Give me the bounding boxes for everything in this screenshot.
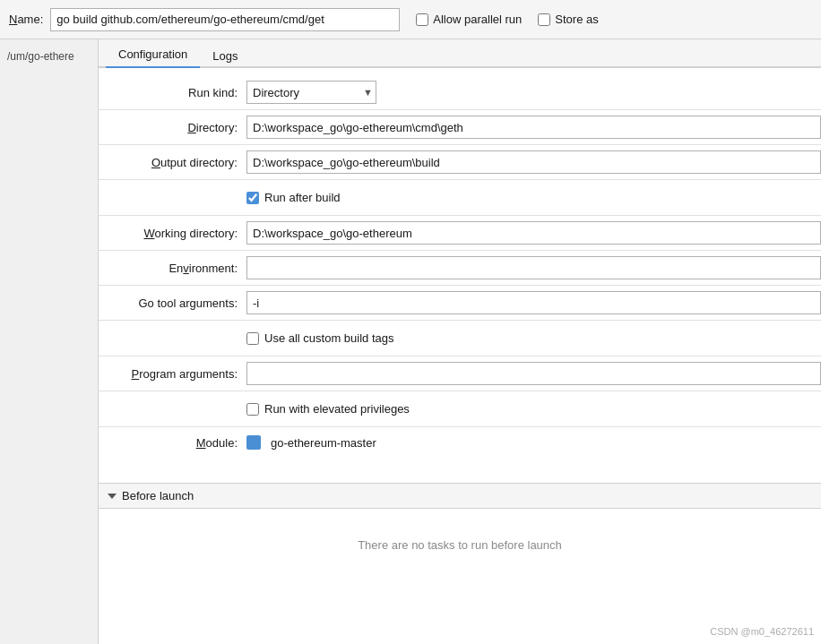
- directory-label: Directory:: [99, 121, 246, 134]
- run-kind-control: Directory File Package ▼: [246, 81, 821, 104]
- program-args-control: [246, 362, 821, 385]
- name-label: Name:: [9, 13, 43, 26]
- watermark: CSDN @m0_46272611: [710, 626, 814, 637]
- allow-parallel-label: Allow parallel run: [433, 13, 522, 26]
- before-launch-header[interactable]: Before launch: [99, 484, 821, 509]
- directory-control: [246, 116, 821, 139]
- run-after-build-checkbox[interactable]: [246, 192, 259, 204]
- store-as-group: Store as: [538, 13, 598, 26]
- directory-input[interactable]: [246, 116, 821, 139]
- program-args-label: Program arguments:: [99, 367, 246, 381]
- before-launch-label: Before launch: [122, 489, 194, 502]
- output-directory-input[interactable]: [246, 150, 821, 174]
- module-row: Module: go-ethereum-master: [99, 429, 821, 456]
- program-args-row: Program arguments:: [99, 358, 821, 389]
- run-elevated-checkbox[interactable]: [246, 403, 259, 416]
- custom-build-tags-checkbox-row: Use all custom build tags: [246, 326, 394, 350]
- main-content: Configuration Logs Run kind: Directory F…: [99, 39, 821, 644]
- allow-parallel-checkbox[interactable]: [416, 13, 428, 26]
- before-launch-body: There are no tasks to run before launch: [99, 509, 821, 580]
- divider-10: [99, 426, 821, 427]
- environment-row: Environment:: [99, 253, 821, 283]
- module-value: go-ethereum-master: [271, 436, 376, 450]
- store-as-checkbox[interactable]: [538, 13, 550, 26]
- run-after-build-row: Run after build: [99, 182, 821, 213]
- run-kind-select[interactable]: Directory File Package: [246, 81, 376, 104]
- module-icon: [246, 435, 261, 450]
- go-tool-args-row: Go tool arguments:: [99, 288, 821, 318]
- tab-logs[interactable]: Logs: [200, 44, 250, 68]
- go-tool-args-control: [246, 291, 821, 314]
- run-kind-label: Run kind:: [99, 86, 246, 99]
- divider-2: [99, 144, 821, 145]
- working-directory-row: Working directory:: [99, 218, 821, 248]
- working-directory-input[interactable]: [246, 221, 821, 245]
- tab-configuration[interactable]: Configuration: [106, 42, 200, 68]
- environment-input[interactable]: [246, 256, 821, 279]
- allow-parallel-group: Allow parallel run: [416, 13, 522, 26]
- run-kind-select-wrapper: Directory File Package ▼: [246, 81, 376, 104]
- run-after-build-checkbox-row: Run after build: [246, 185, 341, 210]
- before-launch-empty-label: There are no tasks to run before launch: [358, 538, 562, 552]
- run-elevated-label: Run with elevated privileges: [264, 402, 410, 416]
- environment-label: Environment:: [99, 262, 246, 275]
- run-elevated-control: Run with elevated privileges: [246, 397, 821, 421]
- sidebar-item[interactable]: /um/go-ethere: [0, 47, 98, 66]
- run-elevated-checkbox-row: Run with elevated privileges: [246, 397, 410, 421]
- divider-3: [99, 179, 821, 180]
- module-label: Module:: [99, 436, 246, 450]
- output-directory-row: Output directory:: [99, 147, 821, 177]
- run-elevated-row: Run with elevated privileges: [99, 393, 821, 425]
- left-sidebar: /um/go-ethere: [0, 39, 99, 644]
- environment-control: [246, 256, 821, 279]
- divider-1: [99, 109, 821, 110]
- divider-6: [99, 285, 821, 286]
- output-directory-control: [246, 150, 821, 174]
- output-directory-label: Output directory:: [99, 156, 246, 169]
- store-as-label: Store as: [555, 13, 598, 26]
- working-directory-control: [246, 221, 821, 245]
- custom-build-tags-row: Use all custom build tags: [99, 322, 821, 354]
- go-tool-args-label: Go tool arguments:: [99, 296, 246, 310]
- go-tool-args-input[interactable]: [246, 291, 821, 314]
- module-control: go-ethereum-master: [246, 435, 821, 450]
- run-after-build-control: Run after build: [246, 185, 821, 210]
- config-panel: Run kind: Directory File Package ▼ Direc…: [99, 68, 821, 465]
- run-after-build-label: Run after build: [264, 191, 341, 204]
- program-args-input[interactable]: [246, 362, 821, 385]
- directory-row: Directory:: [99, 112, 821, 142]
- divider-5: [99, 250, 821, 251]
- custom-build-tags-checkbox[interactable]: [246, 332, 259, 345]
- custom-build-tags-label: Use all custom build tags: [264, 331, 394, 345]
- before-launch-collapse-icon: [108, 494, 117, 499]
- before-launch-section: Before launch There are no tasks to run …: [99, 483, 821, 580]
- divider-7: [99, 320, 821, 321]
- divider-9: [99, 391, 821, 391]
- name-input[interactable]: [50, 8, 400, 31]
- divider-8: [99, 356, 821, 356]
- run-kind-row: Run kind: Directory File Package ▼: [99, 77, 821, 107]
- working-directory-label: Working directory:: [99, 227, 246, 240]
- divider-4: [99, 215, 821, 216]
- tabs-bar: Configuration Logs: [99, 39, 821, 68]
- top-bar: Name: Allow parallel run Store as: [0, 0, 821, 39]
- custom-build-tags-control: Use all custom build tags: [246, 326, 821, 350]
